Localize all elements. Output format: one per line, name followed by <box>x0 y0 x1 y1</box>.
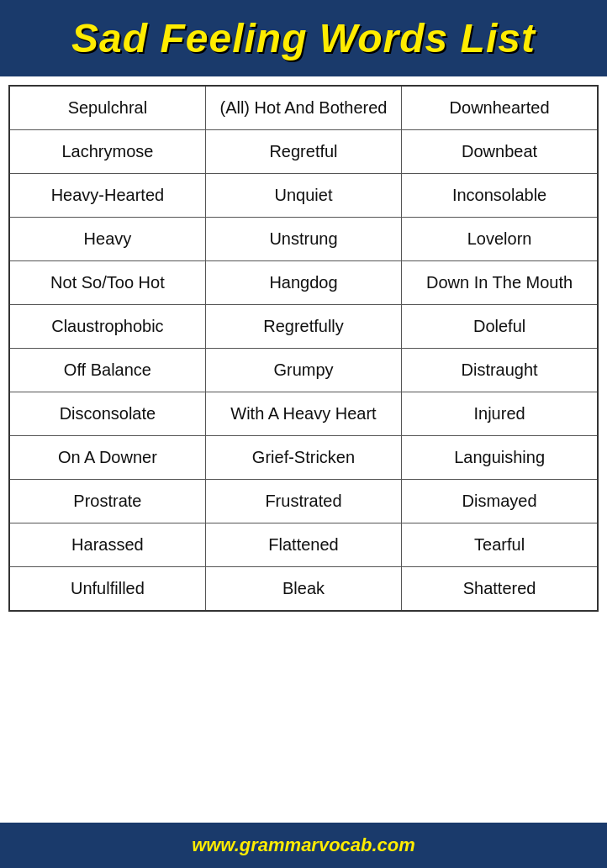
table-cell-2-1: Unquiet <box>205 174 401 218</box>
table-cell-4-2: Down In The Mouth <box>402 261 598 305</box>
table-row: LachrymoseRegretfulDownbeat <box>9 130 598 174</box>
table-row: Heavy-HeartedUnquietInconsolable <box>9 174 598 218</box>
table-cell-3-0: Heavy <box>9 218 205 261</box>
table-cell-3-2: Lovelorn <box>402 218 598 261</box>
table-row: On A DownerGrief-StrickenLanguishing <box>9 436 598 480</box>
table-cell-11-1: Bleak <box>205 567 401 612</box>
table-cell-6-0: Off Balance <box>9 349 205 392</box>
table-cell-6-1: Grumpy <box>205 349 401 392</box>
table-cell-2-0: Heavy-Hearted <box>9 174 205 218</box>
table-cell-7-2: Injured <box>402 392 598 436</box>
page-header: Sad Feeling Words List <box>0 0 607 76</box>
table-cell-4-0: Not So/Too Hot <box>9 261 205 305</box>
table-cell-11-2: Shattered <box>402 567 598 612</box>
table-row: UnfulfilledBleakShattered <box>9 567 598 612</box>
table-cell-9-1: Frustrated <box>205 480 401 523</box>
table-cell-0-1: (All) Hot And Bothered <box>205 86 401 130</box>
table-cell-5-1: Regretfully <box>205 305 401 349</box>
table-cell-2-2: Inconsolable <box>402 174 598 218</box>
table-cell-10-0: Harassed <box>9 523 205 567</box>
table-cell-5-2: Doleful <box>402 305 598 349</box>
table-row: Sepulchral(All) Hot And BotheredDownhear… <box>9 86 598 130</box>
table-row: HarassedFlattenedTearful <box>9 523 598 567</box>
table-container: Sepulchral(All) Hot And BotheredDownhear… <box>0 76 607 823</box>
table-cell-1-2: Downbeat <box>402 130 598 174</box>
table-cell-0-2: Downhearted <box>402 86 598 130</box>
table-cell-1-1: Regretful <box>205 130 401 174</box>
footer-url: www.grammarvocab.com <box>192 834 415 855</box>
table-cell-10-2: Tearful <box>402 523 598 567</box>
table-row: ClaustrophobicRegretfullyDoleful <box>9 305 598 349</box>
table-cell-8-0: On A Downer <box>9 436 205 480</box>
table-cell-4-1: Hangdog <box>205 261 401 305</box>
table-cell-9-2: Dismayed <box>402 480 598 523</box>
table-row: HeavyUnstrungLovelorn <box>9 218 598 261</box>
table-cell-9-0: Prostrate <box>9 480 205 523</box>
table-row: DisconsolateWith A Heavy HeartInjured <box>9 392 598 436</box>
table-cell-7-1: With A Heavy Heart <box>205 392 401 436</box>
words-table: Sepulchral(All) Hot And BotheredDownhear… <box>8 85 599 612</box>
table-cell-5-0: Claustrophobic <box>9 305 205 349</box>
page-title: Sad Feeling Words List <box>17 15 590 61</box>
table-cell-1-0: Lachrymose <box>9 130 205 174</box>
table-cell-8-1: Grief-Stricken <box>205 436 401 480</box>
table-row: Off BalanceGrumpyDistraught <box>9 349 598 392</box>
page-footer: www.grammarvocab.com <box>0 823 607 868</box>
table-row: Not So/Too HotHangdogDown In The Mouth <box>9 261 598 305</box>
table-cell-6-2: Distraught <box>402 349 598 392</box>
table-cell-8-2: Languishing <box>402 436 598 480</box>
table-cell-11-0: Unfulfilled <box>9 567 205 612</box>
table-cell-0-0: Sepulchral <box>9 86 205 130</box>
table-cell-3-1: Unstrung <box>205 218 401 261</box>
table-cell-10-1: Flattened <box>205 523 401 567</box>
table-row: ProstrateFrustratedDismayed <box>9 480 598 523</box>
table-cell-7-0: Disconsolate <box>9 392 205 436</box>
